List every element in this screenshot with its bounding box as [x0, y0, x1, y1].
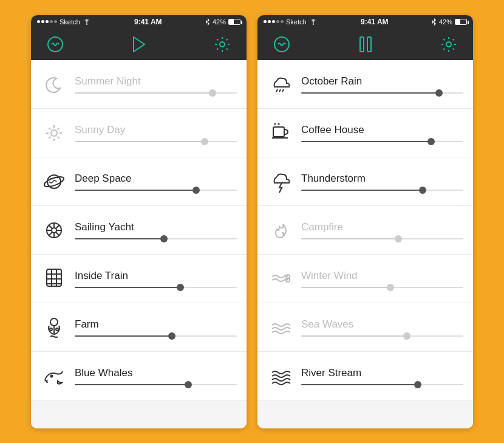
list-item: October Rain: [257, 60, 473, 109]
toolbar-2: [257, 29, 473, 60]
svg-line-11: [58, 128, 60, 130]
content-1: Summer Night: [31, 60, 247, 428]
signal-dot-5: [54, 20, 57, 23]
sound-name: Inside Train: [75, 270, 237, 282]
slider-track[interactable]: [301, 190, 463, 191]
sound-name: Thunderstorm: [301, 173, 463, 185]
list-item: Winter Wind: [257, 255, 473, 303]
thunder-icon: [267, 168, 294, 195]
train-icon: [41, 266, 67, 292]
settings-button-2[interactable]: [439, 35, 458, 54]
svg-point-34: [56, 328, 58, 331]
content-2: October Rain: [257, 60, 473, 428]
slider-track[interactable]: [301, 238, 463, 239]
wave-button-2[interactable]: [272, 35, 291, 54]
wind-icon: [267, 266, 294, 292]
planet-icon: [41, 168, 67, 195]
helm-icon: [41, 217, 67, 244]
svg-point-40: [446, 42, 451, 47]
status-bar-1: Sketch 9:41 AM 42%: [31, 15, 247, 29]
svg-point-4: [51, 130, 57, 136]
moon-icon: [41, 71, 67, 98]
battery-fill-1: [229, 19, 234, 24]
slider-track[interactable]: [75, 384, 237, 385]
sun-icon: [41, 120, 67, 146]
settings-button-1[interactable]: [213, 35, 232, 54]
fire-icon: [267, 217, 294, 244]
list-item: Campfire: [257, 206, 473, 255]
slider-track[interactable]: [75, 335, 237, 337]
time-label-1: 9:41 AM: [134, 18, 162, 26]
sound-name: Sunny Day: [75, 124, 237, 136]
svg-marker-2: [134, 37, 145, 52]
svg-point-3: [220, 42, 225, 47]
battery-fill-2: [455, 19, 460, 24]
battery-icon-2: [455, 19, 467, 25]
slider-track[interactable]: [301, 287, 463, 288]
slider-track[interactable]: [75, 238, 237, 239]
slider-track[interactable]: [301, 141, 463, 142]
slider-track[interactable]: [301, 384, 463, 385]
signal-dot-3: [46, 20, 49, 23]
pause-button[interactable]: [356, 35, 375, 54]
sound-name: Coffee House: [301, 124, 463, 136]
svg-point-36: [313, 24, 314, 25]
sound-name: River Stream: [301, 367, 463, 379]
slider-track[interactable]: [301, 335, 463, 337]
signal-dot-5: [281, 20, 284, 23]
sound-name: Blue Whales: [75, 367, 237, 379]
list-item: Sea Waves: [257, 303, 473, 352]
svg-point-37: [274, 37, 289, 52]
list-item: Sunny Day: [31, 109, 247, 157]
svg-point-33: [50, 328, 52, 331]
signal-dot-1: [264, 20, 267, 23]
svg-point-0: [86, 24, 87, 25]
phone-1: Sketch 9:41 AM 42%: [31, 15, 247, 428]
svg-point-16: [52, 228, 56, 233]
battery-label-2: 42%: [439, 18, 452, 26]
svg-rect-44: [273, 127, 284, 137]
rain-icon: [267, 71, 294, 98]
wifi-icon: [83, 19, 91, 25]
sound-name: Campfire: [301, 221, 463, 233]
bluetooth-icon-2: [432, 18, 437, 26]
bluetooth-icon: [205, 18, 210, 26]
phone-2: Sketch 9:41 AM 42%: [257, 15, 473, 428]
svg-point-14: [43, 175, 65, 189]
svg-line-10: [58, 137, 60, 139]
list-item: Summer Night: [31, 60, 247, 109]
sound-name: Winter Wind: [301, 270, 463, 282]
svg-point-35: [51, 376, 53, 377]
wave-button-1[interactable]: [46, 35, 65, 54]
svg-line-43: [282, 89, 284, 92]
svg-point-31: [50, 318, 58, 326]
signal-dot-2: [41, 20, 44, 23]
svg-line-12: [49, 137, 51, 139]
slider-track[interactable]: [75, 190, 237, 191]
sound-name: Sea Waves: [301, 318, 463, 331]
signal-dot-1: [37, 20, 40, 23]
svg-point-1: [48, 37, 63, 52]
list-item: Inside Train: [31, 255, 247, 303]
svg-line-22: [56, 232, 60, 236]
play-button[interactable]: [129, 35, 149, 54]
waves-icon: [267, 314, 294, 341]
phones-container: Sketch 9:41 AM 42%: [19, 3, 485, 441]
slider-track[interactable]: [75, 141, 237, 142]
list-item: Blue Whales: [31, 352, 247, 400]
slider-track[interactable]: [301, 92, 463, 94]
whale-icon: [41, 363, 67, 390]
list-item: Sailing Yacht: [31, 206, 247, 255]
slider-track[interactable]: [75, 92, 237, 94]
time-label-2: 9:41 AM: [361, 18, 389, 26]
list-item: Coffee House: [257, 109, 473, 157]
svg-rect-38: [360, 37, 364, 52]
svg-line-23: [56, 225, 60, 229]
list-item: River Stream: [257, 352, 473, 400]
sound-name: Summer Night: [75, 75, 237, 88]
stream-icon: [267, 363, 294, 390]
slider-track[interactable]: [75, 287, 237, 288]
signal-dot-4: [50, 20, 53, 23]
battery-label-1: 42%: [213, 18, 226, 26]
battery-icon-1: [228, 19, 240, 25]
